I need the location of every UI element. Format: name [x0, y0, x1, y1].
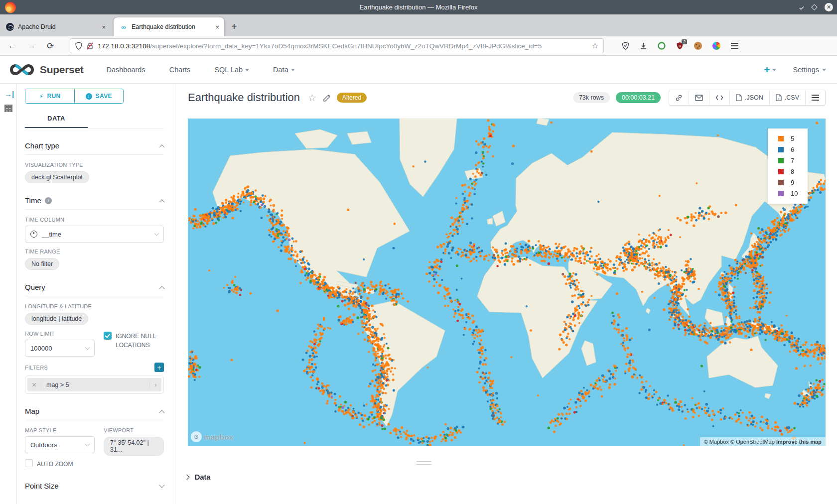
time-column-select[interactable]: __time — [25, 226, 164, 243]
add-filter-button[interactable]: + — [154, 363, 164, 372]
window-maximize-icon[interactable] — [811, 4, 818, 10]
legend-label: 8 — [791, 168, 794, 175]
info-icon: i — [45, 197, 52, 204]
lonlat-label: LONGITUDE & LATITUDE — [25, 303, 164, 309]
embed-code-button[interactable] — [709, 90, 729, 105]
url-text[interactable]: 172.18.0.3:32108/superset/explore/?form_… — [98, 42, 592, 50]
mapbox-logo-text: mapbox — [204, 433, 233, 441]
ignore-null-label: IGNORE NULL LOCATIONS — [116, 332, 164, 350]
copy-link-button[interactable] — [669, 90, 689, 105]
extension-badge: 2 — [682, 39, 687, 44]
filter-expression[interactable]: mag > 5 — [41, 381, 149, 388]
tab-data[interactable]: DATA — [25, 111, 88, 128]
panel-resize-handle[interactable] — [417, 461, 431, 467]
export-json-button[interactable]: .JSON — [729, 90, 769, 105]
expand-filter-icon[interactable]: › — [149, 381, 161, 388]
tracking-protection-shield-icon[interactable] — [75, 42, 82, 50]
legend-swatch-icon — [778, 169, 784, 174]
run-button[interactable]: ⚡RUN — [25, 89, 74, 103]
window-title: Earthquake distribution — Mozilla Firefo… — [0, 3, 837, 11]
section-map[interactable]: Map — [25, 407, 164, 420]
new-tab-button[interactable]: + — [231, 21, 237, 32]
legend-row[interactable]: 5 — [778, 135, 808, 142]
chevron-down-icon — [245, 69, 249, 71]
section-chart-type[interactable]: Chart type — [25, 141, 164, 155]
favorite-star-icon[interactable]: ☆ — [308, 92, 316, 104]
viz-type-value[interactable]: deck.gl Scatterplot — [25, 171, 89, 183]
section-point-size[interactable]: Point Size — [25, 482, 164, 495]
mapbox-logo[interactable]: ⊙ mapbox — [191, 431, 233, 442]
email-button[interactable] — [689, 90, 709, 105]
privacy-extension-icon[interactable] — [658, 42, 666, 50]
remove-filter-icon[interactable]: ✕ — [27, 381, 41, 388]
improve-map-link[interactable]: Improve this map — [776, 439, 822, 445]
chevron-down-icon — [822, 69, 826, 71]
colorful-extension-icon[interactable] — [712, 42, 720, 50]
legend-label: 5 — [791, 135, 794, 142]
edit-properties-icon[interactable] — [323, 94, 331, 102]
superset-navbar: Superset Dashboards Charts SQL Lab Data … — [0, 56, 837, 84]
nav-charts[interactable]: Charts — [169, 66, 191, 74]
pocket-shield-icon[interactable] — [622, 42, 629, 50]
legend-row[interactable]: 6 — [778, 146, 808, 153]
row-count-badge: 73k rows — [573, 92, 610, 103]
filter-chip[interactable]: ✕ mag > 5 › — [27, 378, 161, 391]
ignore-null-checkbox[interactable] — [104, 332, 112, 340]
legend-label: 10 — [791, 190, 798, 197]
chevron-right-icon — [184, 474, 189, 480]
settings-menu[interactable]: Settings — [793, 66, 826, 74]
chevron-down-icon — [772, 69, 776, 71]
ublock-origin-icon[interactable]: u 2 — [676, 42, 684, 50]
bookmark-star-icon[interactable]: ☆ — [592, 41, 598, 50]
section-query[interactable]: Query — [25, 283, 164, 296]
chart-actions-group: .JSON x.CSV — [669, 90, 826, 106]
section-time[interactable]: Timei — [25, 196, 164, 210]
insecure-lock-icon[interactable] — [87, 42, 93, 50]
menu-hamburger-icon[interactable] — [731, 43, 738, 49]
download-icon[interactable] — [640, 42, 647, 50]
data-panel-expander[interactable]: Data — [185, 473, 210, 481]
row-limit-label: ROW LIMIT — [25, 331, 95, 337]
nav-dashboards[interactable]: Dashboards — [106, 66, 145, 74]
nav-sql-lab[interactable]: SQL Lab — [214, 66, 249, 74]
tab-close-icon[interactable]: × — [102, 23, 106, 31]
save-button[interactable]: ↓SAVE — [74, 89, 124, 103]
control-tabs: DATA — [25, 111, 164, 128]
superset-logo-icon — [8, 62, 36, 77]
tab-earthquake-distribution[interactable]: ∞ Earthquake distribution × — [114, 17, 224, 36]
reload-button[interactable]: ⟳ — [47, 41, 54, 51]
more-options-button[interactable] — [805, 90, 825, 105]
row-limit-select[interactable]: 100000 — [25, 340, 95, 357]
window-minimize-icon[interactable] — [799, 4, 804, 9]
tab-label: Apache Druid — [18, 23, 99, 30]
tab-close-icon[interactable]: × — [215, 23, 219, 31]
viewport-value[interactable]: 7° 35' 54.02" | 31... — [104, 437, 164, 456]
lonlat-value[interactable]: longitude | latitude — [25, 313, 88, 325]
query-timer-badge: 00:00:03.21 — [616, 92, 661, 103]
expand-dataset-panel-icon[interactable]: →| — [4, 90, 14, 98]
data-panel-title: Data — [195, 473, 210, 481]
url-bar[interactable]: 172.18.0.3:32108/superset/explore/?form_… — [70, 38, 604, 53]
auto-zoom-row[interactable]: AUTO ZOOM — [25, 459, 95, 469]
forward-button[interactable]: → — [27, 41, 36, 51]
deckgl-scatterplot-map[interactable]: 5678910 ⊙ mapbox © Mapbox © OpenStreetMa… — [188, 119, 826, 446]
nav-data[interactable]: Data — [273, 66, 295, 74]
auto-zoom-checkbox[interactable] — [25, 459, 33, 467]
legend-row[interactable]: 10 — [778, 190, 808, 197]
time-range-value[interactable]: No filter — [25, 258, 59, 270]
dataset-grid-icon[interactable] — [4, 105, 12, 112]
map-style-select[interactable]: Outdoors — [25, 436, 95, 453]
chart-title: Earthquake distribution — [188, 91, 300, 104]
cookie-extension-icon[interactable] — [694, 42, 702, 50]
add-new-button[interactable]: + — [764, 64, 776, 76]
legend-row[interactable]: 7 — [778, 157, 808, 164]
superset-logo[interactable]: Superset — [8, 62, 83, 77]
legend-row[interactable]: 8 — [778, 168, 808, 175]
chevron-down-icon — [291, 69, 295, 71]
back-button[interactable]: ← — [8, 41, 16, 51]
ignore-null-checkbox-row[interactable]: IGNORE NULL LOCATIONS — [104, 332, 164, 350]
export-csv-button[interactable]: x.CSV — [769, 90, 805, 105]
window-close-icon[interactable]: ✕ — [825, 3, 833, 11]
tab-apache-druid[interactable]: Apache Druid × — [0, 17, 111, 36]
legend-row[interactable]: 9 — [778, 179, 808, 186]
